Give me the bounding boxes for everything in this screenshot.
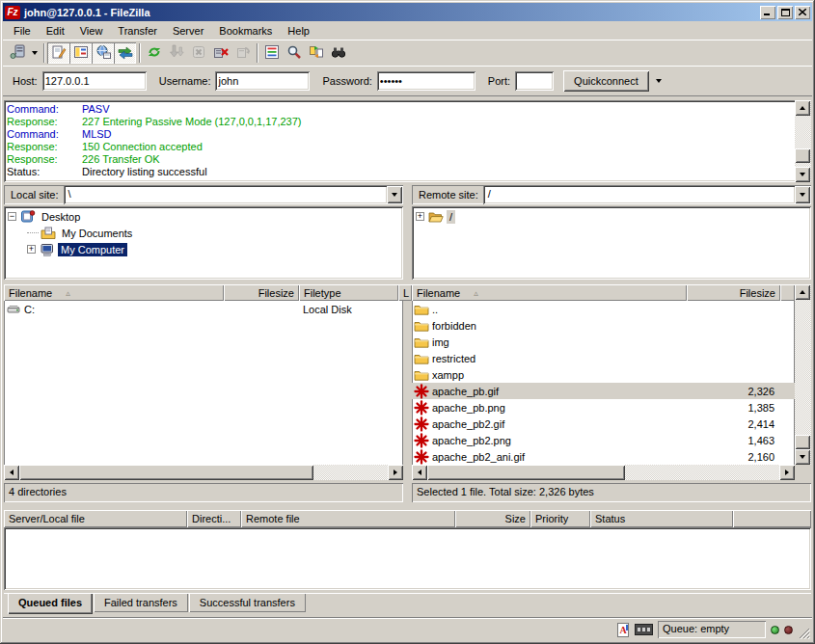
filter-button[interactable] xyxy=(260,42,283,64)
file-type: Local Disk xyxy=(299,304,398,315)
menu-item-transfer[interactable]: Transfer xyxy=(110,23,165,39)
local-hscrollbar[interactable] xyxy=(4,465,403,480)
queue-column-priority[interactable]: Priority xyxy=(530,510,590,527)
column-header-filesize[interactable]: Filesize xyxy=(224,284,299,301)
cancel-icon xyxy=(191,44,206,62)
scroll-up-button[interactable] xyxy=(795,100,810,116)
scroll-thumb[interactable] xyxy=(795,148,810,163)
tree-item-label: My Documents xyxy=(59,227,135,240)
file-row[interactable]: img xyxy=(412,334,795,350)
scroll-thumb[interactable] xyxy=(19,465,313,480)
quickconnect-button[interactable]: Quickconnect xyxy=(563,70,649,92)
log-line-label: Response: xyxy=(7,116,82,128)
remote-vscrollbar[interactable] xyxy=(795,284,811,465)
column-header-filesize[interactable]: Filesize xyxy=(687,284,780,301)
menu-item-bookmarks[interactable]: Bookmarks xyxy=(211,23,280,39)
local-site-combobox[interactable]: \ xyxy=(65,186,402,203)
menu-item-help[interactable]: Help xyxy=(280,23,317,39)
log-scrollbar[interactable] xyxy=(795,100,811,182)
refresh-button[interactable] xyxy=(143,42,165,64)
refresh-icon xyxy=(147,44,162,62)
tree-item--[interactable]: +/ xyxy=(412,208,811,225)
site-manager-dropdown[interactable] xyxy=(28,42,41,64)
maximize-button[interactable] xyxy=(777,6,793,19)
menu-item-file[interactable]: File xyxy=(6,23,39,39)
menu-item-server[interactable]: Server xyxy=(165,23,211,39)
column-header-label: Filetype xyxy=(304,287,341,299)
password-input[interactable] xyxy=(377,71,475,91)
scroll-thumb[interactable] xyxy=(795,435,810,449)
remote-hscrollbar[interactable] xyxy=(412,465,795,480)
local-site-row: Local site: \ xyxy=(4,185,403,204)
file-row[interactable]: apache_pb2_ani.gif2,160 xyxy=(412,448,795,465)
compare-icon xyxy=(309,44,324,62)
scroll-left-button[interactable] xyxy=(4,465,19,480)
reconnect-button[interactable] xyxy=(231,42,254,64)
column-header-filename[interactable]: Filename▵ xyxy=(4,284,224,301)
site-manager-button[interactable] xyxy=(6,42,28,64)
sync-browse-button[interactable] xyxy=(327,42,349,64)
scroll-left-button[interactable] xyxy=(412,465,427,480)
filezilla-window: Fz john@127.0.0.1 - FileZilla FileEditVi… xyxy=(0,0,815,644)
scroll-down-button[interactable] xyxy=(795,167,810,182)
file-row[interactable]: C:Local Disk xyxy=(4,301,403,317)
column-header-filename[interactable]: Filename▵ xyxy=(412,284,687,301)
scroll-down-button[interactable] xyxy=(795,449,810,465)
file-row[interactable]: apache_pb2.png1,463 xyxy=(412,432,795,448)
toggle-local-tree-button[interactable] xyxy=(69,42,92,64)
close-button[interactable] xyxy=(795,6,810,19)
file-row[interactable]: apache_pb.gif2,326 xyxy=(412,383,795,399)
minimize-button[interactable] xyxy=(760,6,775,19)
tree-item-my-computer[interactable]: +My Computer xyxy=(4,241,403,257)
tab-failed-transfers[interactable]: Failed transfers xyxy=(94,594,188,612)
remote-site-combobox[interactable]: / xyxy=(484,186,810,203)
toggle-queue-button[interactable] xyxy=(114,42,136,64)
column-header-filetype[interactable]: Filetype xyxy=(299,284,398,301)
collapse-icon[interactable]: − xyxy=(8,212,16,221)
port-input[interactable] xyxy=(515,71,554,91)
remote-status-text: Selected 1 file. Total size: 2,326 bytes xyxy=(412,483,811,502)
queue-column-status[interactable]: Status xyxy=(590,510,733,527)
expand-icon[interactable]: + xyxy=(27,245,36,254)
message-log-icon xyxy=(51,44,67,62)
toggle-message-log-button[interactable] xyxy=(47,42,69,64)
file-row[interactable]: forbidden xyxy=(412,317,795,334)
toggle-remote-tree-button[interactable] xyxy=(92,42,114,64)
scroll-thumb[interactable] xyxy=(427,465,625,480)
tree-item-desktop[interactable]: −Desktop xyxy=(4,208,403,225)
tab-queued-files[interactable]: Queued files xyxy=(8,594,93,614)
process-queue-button[interactable] xyxy=(165,42,187,64)
cancel-button[interactable] xyxy=(187,42,209,64)
host-input[interactable] xyxy=(42,71,147,91)
compare-button[interactable] xyxy=(305,42,327,64)
tab-successful-transfers[interactable]: Successful transfers xyxy=(189,594,306,612)
find-files-button[interactable] xyxy=(283,42,305,64)
file-row[interactable]: apache_pb2.gif2,414 xyxy=(412,416,795,432)
disconnect-button[interactable] xyxy=(209,42,231,64)
scroll-up-button[interactable] xyxy=(795,284,810,300)
quickconnect-dropdown[interactable] xyxy=(651,70,666,92)
remote-site-dropdown[interactable] xyxy=(795,186,810,203)
resize-grip[interactable] xyxy=(798,627,810,639)
tree-item-my-documents[interactable]: My Documents xyxy=(4,225,403,241)
scroll-right-button[interactable] xyxy=(388,465,403,480)
menu-item-view[interactable]: View xyxy=(72,23,111,39)
file-row[interactable]: restricted xyxy=(412,350,795,366)
local-site-dropdown[interactable] xyxy=(387,186,402,203)
queue-column-size[interactable]: Size xyxy=(455,510,530,527)
menu-item-edit[interactable]: Edit xyxy=(39,23,72,39)
username-input[interactable] xyxy=(215,71,310,91)
file-row[interactable]: xampp xyxy=(412,366,795,383)
column-header-l[interactable]: L xyxy=(398,284,412,301)
queue-column-remote-file[interactable]: Remote file xyxy=(241,510,455,527)
file-row[interactable]: .. xyxy=(412,301,795,317)
folder-icon xyxy=(414,318,429,334)
expand-icon[interactable]: + xyxy=(416,212,424,221)
file-row[interactable]: apache_pb.png1,385 xyxy=(412,399,795,416)
log-line-label: Command: xyxy=(7,103,82,116)
column-header-label: Status xyxy=(595,513,625,524)
queue-column-directi-[interactable]: Directi... xyxy=(187,510,241,527)
drive-icon xyxy=(6,302,21,317)
scroll-right-button[interactable] xyxy=(779,465,795,480)
queue-column-server-local-file[interactable]: Server/Local file xyxy=(4,510,187,527)
